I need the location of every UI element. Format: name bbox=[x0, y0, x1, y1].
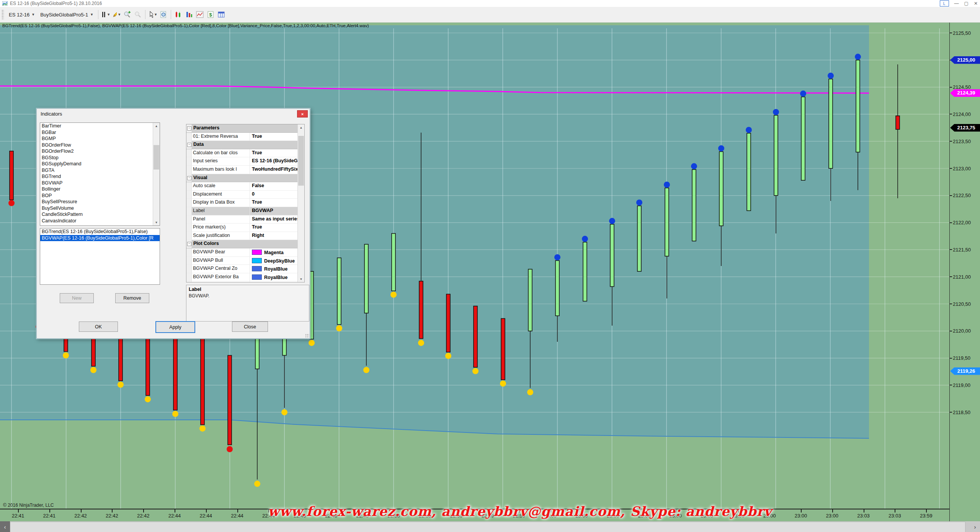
grid-scrollbar[interactable]: ▲ ▼ bbox=[297, 124, 304, 282]
dollar-icon[interactable]: $ bbox=[206, 10, 215, 19]
time-axis-tick bbox=[895, 509, 895, 512]
indicator-list-item[interactable]: BOP bbox=[40, 193, 160, 199]
axis-tick bbox=[950, 222, 952, 223]
property-row[interactable]: BGVWAP Exterior BaRoyalBlue bbox=[186, 273, 304, 282]
configured-indicators-list[interactable]: BGTrend(ES 12-16 (BuySideGlobalPro5-1),F… bbox=[40, 228, 160, 285]
data-box-icon[interactable] bbox=[159, 10, 168, 19]
scroll-down-icon[interactable]: ▼ bbox=[298, 276, 304, 282]
property-row[interactable]: Display in Data BoxTrue bbox=[186, 199, 304, 207]
scrollbar-thumb[interactable] bbox=[10, 522, 965, 532]
volume-bars-icon[interactable] bbox=[185, 10, 194, 19]
indicator-list-item[interactable]: BGTrend bbox=[40, 173, 160, 180]
chevron-down-icon: ▼ bbox=[31, 13, 35, 16]
property-description: Label BGVWAP. bbox=[186, 285, 309, 321]
maximize-icon[interactable]: ▢ bbox=[964, 1, 969, 6]
ok-button[interactable]: OK bbox=[79, 321, 118, 332]
toolbar-grip[interactable] bbox=[2, 10, 4, 20]
scroll-up-icon[interactable]: ▲ bbox=[153, 123, 160, 129]
property-row[interactable]: Price marker(s)True bbox=[186, 224, 304, 232]
cursor-icon[interactable]: ▼ bbox=[148, 10, 157, 19]
indicator-list-item[interactable]: BGStop bbox=[40, 155, 160, 161]
collapse-icon[interactable]: − bbox=[187, 126, 191, 131]
horizontal-scrollbar[interactable]: ‹ › bbox=[0, 521, 980, 532]
scrollbar-thumb[interactable] bbox=[154, 145, 159, 170]
watermark-text: www.forex-warez.com, andreybbrv@gmail.co… bbox=[268, 504, 772, 519]
property-row[interactable]: BGVWAP BullDeepSkyBlue bbox=[186, 257, 304, 265]
zoom-in-icon[interactable] bbox=[122, 10, 132, 19]
configured-indicator-item[interactable]: BGTrend(ES 12-16 (BuySideGlobalPro5-1),F… bbox=[40, 228, 160, 235]
property-row[interactable]: BGVWAP Exterior BaNavy bbox=[186, 281, 304, 282]
property-row[interactable]: BGVWAP Central ZoRoyalBlue bbox=[186, 265, 304, 273]
link-button[interactable]: L bbox=[940, 0, 949, 7]
price-bar-down bbox=[228, 356, 232, 445]
property-group-header[interactable]: −Plot Colors bbox=[186, 240, 304, 248]
drawing-tools-icon[interactable]: ▼ bbox=[112, 10, 121, 19]
scroll-up-icon[interactable]: ▲ bbox=[298, 124, 304, 131]
property-group-header[interactable]: −Data bbox=[186, 141, 304, 149]
instrument-dropdown[interactable]: ES 12-16▼ bbox=[6, 11, 38, 19]
indicator-list-item[interactable]: BuySellVolume bbox=[40, 205, 160, 212]
dialog-close-icon[interactable]: × bbox=[297, 110, 308, 117]
price-axis-label: 2120,00 bbox=[950, 328, 971, 334]
property-row[interactable]: Displacement0 bbox=[186, 191, 304, 199]
strategy-dropdown[interactable]: BuySideGlobalPro5-1▼ bbox=[38, 11, 96, 19]
close-icon[interactable]: ✕ bbox=[974, 1, 978, 6]
scroll-left-icon[interactable]: ‹ bbox=[0, 521, 10, 532]
indicator-list-item[interactable]: BGOrderFlow2 bbox=[40, 148, 160, 155]
collapse-icon[interactable]: − bbox=[187, 242, 191, 246]
window-title: ES 12-16 (BuySideGlobalPro5-1) 28.10.201… bbox=[10, 1, 102, 6]
dialog-resize-grip[interactable] bbox=[305, 334, 309, 338]
bar-type-icon[interactable]: ▼ bbox=[101, 10, 110, 19]
dialog-titlebar[interactable]: Indicators bbox=[37, 109, 310, 119]
property-row[interactable]: Input seriesES 12-16 (BuySideGl bbox=[186, 157, 304, 166]
collapse-icon[interactable]: − bbox=[187, 176, 191, 180]
property-row[interactable]: Scale justificationRight bbox=[186, 232, 304, 240]
scroll-right-icon[interactable]: › bbox=[970, 521, 980, 532]
indicator-list-item[interactable]: BGVWAP bbox=[40, 180, 160, 186]
price-bar-up bbox=[364, 244, 368, 313]
apply-button[interactable]: Apply bbox=[155, 321, 195, 333]
property-row[interactable]: LabelBGVWAP bbox=[186, 207, 304, 215]
property-row[interactable]: Calculate on bar closTrue bbox=[186, 149, 304, 158]
indicator-list-item[interactable]: CanvasIndicator bbox=[40, 218, 160, 224]
bar-marker-dot-blue bbox=[554, 254, 560, 260]
scroll-down-icon[interactable]: ▼ bbox=[153, 219, 160, 225]
chart-style-candles-icon[interactable] bbox=[174, 10, 183, 19]
property-group-header[interactable]: −Parameters bbox=[186, 124, 304, 133]
property-row[interactable]: BGVWAP BearMagenta bbox=[186, 248, 304, 257]
indicator-list-item[interactable]: BarTimer bbox=[40, 123, 160, 129]
configured-indicator-item[interactable]: BGVWAP(ES 12-16 (BuySideGlobalPro5-1),Co… bbox=[40, 235, 160, 242]
copyright-text: © 2016 NinjaTrader, LLC bbox=[3, 503, 54, 508]
close-button[interactable]: Close bbox=[232, 321, 268, 332]
property-grid[interactable]: −Parameters01: Extreme ReversaTrue−DataC… bbox=[186, 124, 305, 282]
bar-marker-dot-blue bbox=[609, 218, 615, 224]
list-scrollbar[interactable]: ▲ ▼ bbox=[153, 123, 160, 225]
indicator-list-item[interactable]: BGBar bbox=[40, 129, 160, 136]
indicator-list-item[interactable]: BGOrderFlow bbox=[40, 142, 160, 149]
property-row[interactable]: Auto scaleFalse bbox=[186, 182, 304, 191]
remove-button[interactable]: Remove bbox=[115, 293, 149, 303]
grid-panel-icon[interactable] bbox=[217, 10, 226, 19]
new-button[interactable]: New bbox=[60, 293, 94, 303]
minimize-icon[interactable]: — bbox=[954, 1, 959, 6]
indicator-list-item[interactable]: Bollinger bbox=[40, 186, 160, 193]
time-axis-label: 22:42 bbox=[71, 513, 90, 519]
property-row[interactable]: Maximum bars look lTwoHundredFiftySix bbox=[186, 166, 304, 174]
scrollbar-thumb[interactable] bbox=[298, 136, 304, 186]
indicator-list-item[interactable]: BGMP bbox=[40, 135, 160, 142]
bar-marker-dot-blue bbox=[582, 236, 588, 242]
property-row[interactable]: PanelSame as input series bbox=[186, 215, 304, 224]
property-group-header[interactable]: −Visual bbox=[186, 174, 304, 183]
price-axis[interactable]: 2125,502125,002124,502124,002123,502123,… bbox=[949, 22, 980, 521]
line-chart-icon[interactable] bbox=[195, 10, 204, 19]
indicator-list-item[interactable]: CandleStickPattern bbox=[40, 211, 160, 218]
zoom-out-icon[interactable] bbox=[133, 10, 142, 19]
collapse-icon[interactable]: − bbox=[187, 143, 191, 147]
indicator-list-item[interactable]: BGSupplyDemand bbox=[40, 161, 160, 167]
available-indicators-list[interactable]: BarTimerBGBarBGMPBGOrderFlowBGOrderFlow2… bbox=[40, 122, 160, 226]
price-bar-down bbox=[501, 318, 505, 380]
property-row[interactable]: 01: Extreme ReversaTrue bbox=[186, 133, 304, 141]
indicator-list-item[interactable]: BuySellPressure bbox=[40, 199, 160, 205]
indicator-list-item[interactable]: BGTA bbox=[40, 167, 160, 174]
price-bar-up bbox=[555, 261, 559, 316]
